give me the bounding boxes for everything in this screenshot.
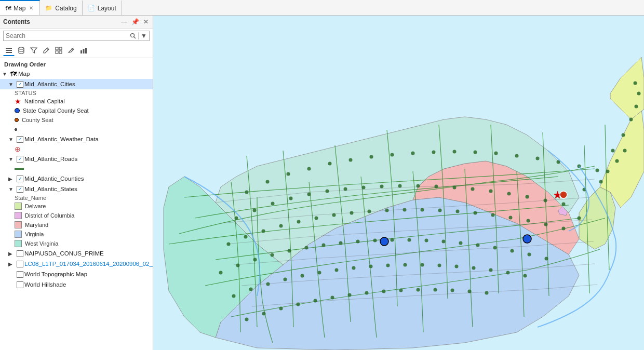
map-expand-arrow[interactable]: ▼ [2,71,9,77]
svg-point-26 [287,172,290,176]
search-dropdown-icon[interactable]: ▼ [138,32,147,39]
svg-point-135 [314,299,317,303]
filter-icon[interactable] [28,45,39,56]
cities-checkbox[interactable] [17,81,23,88]
svg-point-34 [453,150,457,154]
naip-expand[interactable]: ▶ [8,251,16,257]
svg-point-121 [369,265,373,268]
layer-counties[interactable]: ▶ Mid_Atlantic_Counties [0,173,153,184]
svg-point-115 [266,282,270,286]
svg-point-126 [455,265,459,268]
svg-point-29 [349,158,353,162]
legend-roads-line [0,164,153,173]
world-topo-checkbox[interactable] [17,271,23,278]
minimize-icon[interactable]: — [120,18,128,26]
highlight-icon[interactable] [65,45,77,56]
map-root-label: Map [18,71,151,77]
map-svg[interactable]: ★ [153,16,644,350]
svg-point-66 [562,203,566,206]
svg-point-43 [622,133,625,137]
svg-point-52 [307,193,311,196]
svg-point-107 [459,241,463,245]
map-root-item[interactable]: ▼ 🗺 Map [0,69,153,79]
maryland-label: Maryland [25,222,48,228]
svg-point-45 [635,105,638,109]
world-hillshade-label: World Hillshade [24,281,151,288]
naip-checkbox[interactable] [17,250,23,257]
svg-point-114 [249,288,253,291]
states-expand[interactable]: ▼ [8,186,16,192]
svg-point-5 [19,47,24,49]
search-input[interactable] [6,32,128,39]
svg-point-110 [511,249,514,253]
database-view-icon[interactable] [16,45,27,56]
contents-tree: Drawing Order ▼ 🗺 Map ▼ Mid_Atlantic_Cit… [0,58,153,350]
layer-naip[interactable]: ▶ NAIP\USDA_CONUS_PRIME [0,248,153,259]
cities-expand[interactable]: ▼ [8,82,16,87]
map-area[interactable]: ★ [153,16,644,350]
legend-county-seat: County Seat [0,115,153,125]
map-tab-close[interactable]: ✕ [28,5,34,11]
edit-icon[interactable] [41,45,52,56]
chart-icon[interactable] [78,45,89,56]
cities-sublabel: STATUS [0,89,153,97]
lc08-checkbox[interactable] [17,261,23,267]
svg-point-141 [417,288,420,292]
roads-label: Mid_Atlantic_Roads [24,156,151,162]
svg-point-72 [227,243,231,246]
panel-header-controls: — 📌 ✕ [120,18,150,26]
svg-point-131 [245,318,249,321]
svg-point-94 [236,264,240,267]
roads-checkbox[interactable] [17,156,23,163]
states-checkbox[interactable] [17,186,23,193]
tab-map[interactable]: 🗺 Map ✕ [0,0,40,15]
svg-point-99 [322,244,326,247]
weather-expand[interactable]: ▼ [8,137,16,142]
lc08-expand[interactable]: ▶ [8,261,16,267]
layer-world-hillshade[interactable]: ▶ World Hillshade [0,279,153,290]
layer-lc08[interactable]: ▶ LC08_L1TP_017034_20160614_20200906_02_… [0,259,153,269]
wv-label: West Virginia [25,240,58,247]
svg-point-55 [362,186,366,190]
svg-point-74 [262,230,265,233]
layer-roads[interactable]: ▼ Mid_Atlantic_Roads [0,154,153,164]
svg-point-28 [328,162,332,166]
grid-edit-icon[interactable] [53,45,64,56]
layer-world-topo[interactable]: ▶ World Topographic Map [0,269,153,279]
state-capital-label: State Capital County Seat [23,107,89,114]
virginia-swatch [15,231,22,238]
cities-label: Mid_Atlantic_Cities [24,81,151,87]
svg-point-49 [253,209,257,212]
pin-icon[interactable]: 📌 [130,18,140,26]
list-view-icon[interactable] [3,45,15,56]
close-panel-icon[interactable]: ✕ [142,18,150,26]
svg-point-139 [382,290,386,293]
tab-layout[interactable]: 📄 Layout [83,0,122,15]
lc08-label: LC08_L1TP_017034_20160614_20200906_02_T1… [24,261,153,267]
roads-expand[interactable]: ▼ [8,156,16,162]
svg-rect-13 [83,49,85,53]
world-hillshade-checkbox[interactable] [17,281,23,288]
svg-point-137 [348,293,352,297]
tab-catalog[interactable]: 📁 Catalog [40,0,82,15]
svg-rect-2 [6,48,12,49]
svg-point-81 [385,209,389,212]
svg-point-143 [451,289,454,292]
layer-cities[interactable]: ▼ Mid_Atlantic_Cities [0,79,153,89]
layer-states[interactable]: ▼ Mid_Atlantic_States [0,184,153,194]
counties-checkbox[interactable] [17,176,23,182]
svg-point-79 [350,211,354,215]
svg-rect-14 [85,48,87,53]
search-container: ▼ [3,31,150,41]
counties-expand[interactable]: ▶ [8,176,16,182]
legend-other-city [0,125,153,134]
svg-point-112 [545,257,548,261]
weather-checkbox[interactable] [17,136,23,143]
search-icon[interactable] [130,33,136,39]
svg-point-33 [432,151,436,154]
svg-point-106 [442,240,446,244]
svg-point-124 [421,263,424,267]
svg-rect-3 [6,50,12,51]
layer-weather[interactable]: ▼ Mid_Atlantic_Weather_Data [0,134,153,144]
svg-point-41 [596,169,599,172]
